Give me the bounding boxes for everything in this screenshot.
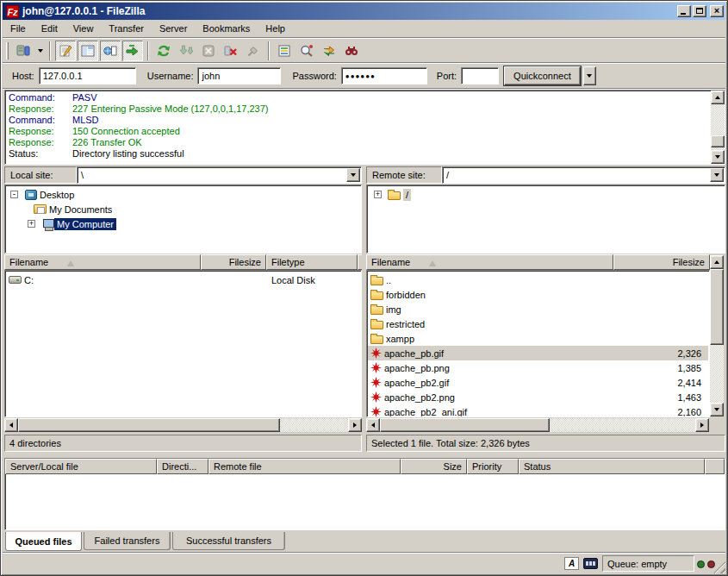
- menu-view[interactable]: View: [65, 22, 102, 35]
- chevron-down-icon: [714, 173, 719, 177]
- column-header-status[interactable]: Status: [519, 459, 705, 474]
- ascii-type-icon[interactable]: A: [564, 557, 579, 570]
- tab-successful-transfers[interactable]: Successful transfers: [172, 532, 285, 550]
- local-site-bar: Local site: \: [4, 166, 362, 184]
- tab-failed-transfers[interactable]: Failed transfers: [84, 532, 171, 550]
- column-header-filename[interactable]: Filename: [4, 254, 201, 270]
- menu-server[interactable]: Server: [152, 22, 195, 35]
- close-button[interactable]: ×: [710, 5, 724, 17]
- toolbar: [3, 39, 725, 62]
- quickconnect-bar: Host: Username: Password: Port: Quickcon…: [3, 64, 725, 88]
- tree-item-root[interactable]: + /: [367, 187, 411, 202]
- password-input[interactable]: [341, 67, 427, 85]
- column-header-filename[interactable]: Filename: [366, 254, 613, 270]
- site-manager-button[interactable]: [13, 41, 34, 61]
- tree-item-my-computer[interactable]: + My Computer: [5, 216, 116, 231]
- toggle-message-log-button[interactable]: [55, 41, 76, 61]
- toggle-remote-tree-button[interactable]: [100, 41, 121, 61]
- column-header-server-local-file[interactable]: Server/Local file: [5, 459, 157, 474]
- remote-file-row[interactable]: xampp: [368, 331, 708, 346]
- scroll-up-button[interactable]: [711, 91, 725, 104]
- sort-asc-icon: [67, 260, 74, 266]
- combo-dropdown-button[interactable]: [346, 168, 360, 182]
- column-header-filesize[interactable]: Filesize: [201, 254, 266, 270]
- remote-file-row[interactable]: apache_pb2.gif2,414: [368, 375, 708, 390]
- menu-help[interactable]: Help: [258, 22, 293, 35]
- column-header-filetype[interactable]: Filetype: [266, 254, 358, 270]
- remote-file-row[interactable]: apache_pb.png1,385: [368, 360, 708, 375]
- indicator-badge-icon[interactable]: [583, 558, 598, 569]
- refresh-button[interactable]: [153, 41, 174, 61]
- column-header-direction[interactable]: Directi...: [157, 459, 208, 474]
- site-manager-dropdown[interactable]: [34, 41, 46, 61]
- menubar: File Edit View Transfer Server Bookmarks…: [3, 20, 725, 37]
- arrow-down-icon: [714, 408, 719, 411]
- scroll-left-button[interactable]: [366, 418, 380, 432]
- directory-comparison-button[interactable]: [296, 41, 317, 61]
- image-file-icon: [370, 347, 382, 359]
- toggle-local-tree-button[interactable]: [78, 41, 98, 61]
- scrollbar-thumb[interactable]: [710, 269, 724, 345]
- minimize-button[interactable]: [677, 5, 691, 17]
- local-site-combo[interactable]: \: [77, 166, 362, 184]
- synchronized-browsing-button[interactable]: [319, 41, 339, 61]
- remote-file-row[interactable]: restricted: [368, 316, 708, 331]
- local-hscrollbar[interactable]: [4, 418, 362, 432]
- remote-file-row-selected[interactable]: apache_pb.gif2,326: [368, 346, 708, 360]
- expander-icon[interactable]: +: [28, 220, 35, 228]
- username-input[interactable]: [197, 67, 281, 85]
- scroll-right-button[interactable]: [348, 418, 362, 432]
- directory-filters-button[interactable]: [274, 41, 295, 61]
- remote-file-row[interactable]: ..: [368, 272, 708, 287]
- host-label: Host:: [12, 71, 34, 81]
- column-header-filesize[interactable]: Filesize: [613, 254, 710, 270]
- remote-site-combo[interactable]: /: [442, 166, 725, 184]
- scrollbar-thumb[interactable]: [18, 418, 280, 432]
- scroll-up-button[interactable]: [710, 255, 724, 269]
- disconnect-button[interactable]: [221, 41, 241, 61]
- combo-dropdown-button[interactable]: [710, 168, 724, 182]
- scrollbar-thumb[interactable]: [380, 418, 550, 432]
- menu-edit[interactable]: Edit: [34, 22, 65, 35]
- local-file-row[interactable]: C: Local Disk: [6, 272, 360, 287]
- queue-status-text: Queue: empty: [602, 555, 694, 572]
- menu-file[interactable]: File: [3, 22, 34, 35]
- port-input[interactable]: [461, 67, 499, 85]
- expander-icon[interactable]: +: [374, 191, 382, 198]
- column-header-size[interactable]: Size: [401, 459, 467, 474]
- column-header-remote-file[interactable]: Remote file: [208, 459, 401, 474]
- filezilla-window: Fz john@127.0.0.1 - FileZilla × File Edi…: [0, 0, 728, 576]
- scroll-down-button[interactable]: [711, 150, 725, 164]
- column-header-lastmodified[interactable]: L: [358, 254, 362, 270]
- toolbar-grip[interactable]: [6, 42, 9, 59]
- find-files-button[interactable]: [341, 41, 362, 61]
- remote-hscrollbar[interactable]: [366, 418, 709, 432]
- maximize-button[interactable]: [693, 5, 706, 17]
- scroll-right-button[interactable]: [695, 418, 709, 432]
- expander-icon[interactable]: -: [10, 191, 18, 198]
- tree-item-desktop[interactable]: - Desktop: [5, 187, 77, 202]
- remote-file-row[interactable]: img: [368, 302, 708, 316]
- tree-item-my-documents[interactable]: My Documents: [5, 202, 115, 216]
- column-header-priority[interactable]: Priority: [467, 459, 519, 474]
- scroll-down-button[interactable]: [710, 403, 724, 416]
- process-queue-button[interactable]: [176, 41, 196, 61]
- quickconnect-dropdown[interactable]: [583, 66, 596, 85]
- remote-file-row[interactable]: forbidden: [368, 287, 708, 302]
- remote-file-row[interactable]: apache_pb2.png1,463: [368, 390, 708, 404]
- menu-transfer[interactable]: Transfer: [101, 22, 152, 35]
- remote-file-row[interactable]: apache_pb2_ani.gif2,160: [368, 404, 708, 417]
- quickconnect-button[interactable]: Quickconnect: [504, 66, 581, 85]
- log-scrollbar[interactable]: [711, 91, 725, 164]
- cancel-operation-button[interactable]: [198, 41, 219, 61]
- remote-list-scrollbar[interactable]: [710, 255, 724, 416]
- tab-queued-files[interactable]: Queued files: [5, 532, 82, 551]
- scroll-left-button[interactable]: [4, 418, 18, 432]
- scrollbar-thumb[interactable]: [711, 135, 725, 147]
- toggle-transfer-queue-button[interactable]: [122, 41, 143, 61]
- arrow-right-icon: [353, 423, 357, 428]
- menu-bookmarks[interactable]: Bookmarks: [195, 22, 258, 35]
- remote-site-label: Remote site:: [366, 166, 442, 184]
- reconnect-button[interactable]: [243, 41, 264, 61]
- host-input[interactable]: [39, 67, 136, 85]
